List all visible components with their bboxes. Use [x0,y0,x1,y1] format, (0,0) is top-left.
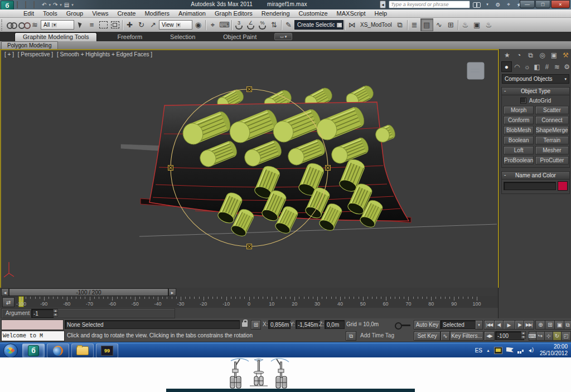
menu-animation[interactable]: Animation [174,9,210,18]
search-input[interactable]: Type a keyword or phrase [389,1,470,8]
communicator-icon[interactable]: ⧉ [346,331,356,341]
action-center-icon[interactable] [506,347,514,354]
menu-views[interactable]: Views [88,9,113,18]
terrain-button[interactable]: Terrain [535,136,568,144]
current-frame-input[interactable]: -100 [495,331,524,340]
key-filters-button[interactable]: Key Filters... [450,331,483,341]
blobmesh-button[interactable]: BlobMesh [504,126,534,134]
perspective-viewport[interactable] [0,49,499,289]
time-slider-thumb[interactable]: -100 / 200 [9,288,168,296]
selected-set-dropdown[interactable]: Selected [441,320,480,329]
maximize-button[interactable]: □ [535,0,550,8]
viewport-menu-plus[interactable]: [ + ] [4,51,14,57]
keyboard-shortcut-icon[interactable]: ⌨ [529,331,536,341]
space-warps-category-icon[interactable]: ≋ [552,62,562,71]
taskbar-item-firefox[interactable] [47,343,69,358]
object-type-rollout-header[interactable]: - Object Type [502,88,569,95]
keyboard-shortcut-override-icon[interactable]: ⌨ [219,19,230,31]
key-mode-toggle-icon[interactable]: ◀▶ [484,331,495,341]
lights-category-icon[interactable]: ☼ [522,62,532,71]
select-and-move-icon[interactable]: ✚ [124,19,136,31]
add-time-tag[interactable]: Add Time Tag [360,332,394,338]
geometry-category-icon[interactable]: ● [501,61,512,72]
play-icon[interactable]: ▶ [503,320,515,330]
curve-editor-icon[interactable]: ∿ [433,19,445,31]
pan-arrow-icon[interactable]: ↪ [536,331,545,341]
menu-create[interactable]: Create [113,9,140,18]
search-icon[interactable] [473,2,481,7]
y-coord-input[interactable]: -1,545m [296,320,320,329]
ribbon-tab-graphite-modeling-tools[interactable]: Graphite Modeling Tools [14,32,97,41]
spinner-snap-icon[interactable]: ⇅ [268,19,280,31]
menu-modifiers[interactable]: Modifiers [140,9,174,18]
select-and-scale-icon[interactable]: ↗ [147,19,159,31]
viewport-menu-shading[interactable]: [ Smooth + Highlights + Edged Faces ] [57,51,152,57]
ribbon-tab-selection[interactable]: Selection [162,33,203,41]
hidden-icons-icon[interactable]: ▲ [486,349,490,352]
reference-coordinate-dropdown[interactable]: View▾ [159,20,192,30]
rendered-frame-window-icon[interactable]: ▣ [471,19,483,31]
taskbar-item-3dsmax[interactable]: б [22,343,45,358]
hierarchy-tab-icon[interactable]: ⧉ [525,50,536,60]
viewport-menu-view[interactable]: [ Perspective ] [18,51,53,57]
select-by-name-icon[interactable]: ≡ [86,19,98,31]
track-bar[interactable]: ⇄ -100-90-80-70-60-50-40-30-20-100102030… [0,296,498,308]
scatter-button[interactable]: Scatter [535,106,568,114]
zoom-extents-all-icon[interactable]: ⧉ [564,320,571,330]
schematic-view-icon[interactable]: ⊞ [445,19,457,31]
render-setup-icon[interactable]: ♨ [459,19,471,31]
maxscript-mini-listener[interactable] [1,320,64,330]
use-pivot-point-icon[interactable]: ◉ [192,19,204,31]
window-crossing-icon[interactable] [109,19,121,31]
snaps-toggle-icon[interactable]: 3 [233,19,245,31]
edit-named-selection-sets-icon[interactable]: ✎ [283,19,294,31]
shapes-category-icon[interactable]: ◠ [512,62,522,71]
percent-snap-icon[interactable]: % [257,19,268,31]
previous-frame-icon[interactable]: ◀| [494,320,504,330]
display-tab-icon[interactable]: ▣ [549,50,559,60]
menu-tools[interactable]: Tools [38,9,62,18]
x-coord-input[interactable]: 0,856m [268,320,291,329]
morph-button[interactable]: Morph [504,106,534,114]
object-color-swatch[interactable] [558,181,568,191]
autogrid-checkbox[interactable] [520,98,526,104]
set-keys-icon[interactable] [395,322,412,328]
mesher-button[interactable]: Mesher [535,146,568,154]
tray-monitor-icon[interactable] [494,347,502,354]
cameras-category-icon[interactable]: ◧ [533,62,542,71]
angle-snap-icon[interactable]: ∠ [245,19,257,31]
helpers-category-icon[interactable]: # [542,62,551,71]
name-color-rollout-header[interactable]: - Name and Color [502,172,569,180]
ribbon-tab-freeform[interactable]: Freeform [109,33,150,41]
boolean-button[interactable]: Boolean [504,136,534,144]
language-indicator[interactable]: ES [475,347,482,354]
auto-key-button[interactable]: Auto Key [414,320,441,330]
go-to-end-icon[interactable]: ▶▶| [524,320,534,330]
modify-tab-icon[interactable]: ◔ [514,50,524,60]
go-to-start-icon[interactable]: |◀◀ [484,320,495,330]
menu-graph-editors[interactable]: Graph Editors [210,9,257,18]
pan-hand-icon[interactable]: ⊹ [544,331,553,341]
time-slider-right-icon[interactable]: ▶ [168,288,176,296]
network-icon[interactable] [517,347,525,354]
motion-tab-icon[interactable]: ◎ [537,50,548,60]
unlink-selection-icon[interactable] [17,19,29,31]
mirror-icon[interactable]: ⋈ [346,19,358,31]
communication-icon[interactable]: ⌖ [505,1,512,8]
loft-button[interactable]: Loft [504,146,534,154]
create-tab-icon[interactable]: ★ [502,50,512,60]
select-and-manipulate-icon[interactable]: ⌖ [207,19,219,31]
toolbar-grip[interactable] [1,20,4,31]
menu-help[interactable]: Help [370,9,392,18]
render-production-icon[interactable]: ♨ [483,19,495,31]
time-slider-left-icon[interactable]: ◀ [1,288,9,296]
z-coord-input[interactable]: 0,0m [325,320,345,329]
bind-to-space-warp-icon[interactable]: ≋ [29,19,41,31]
menu-maxscript[interactable]: MAXScript [332,9,370,18]
select-and-link-icon[interactable] [6,19,17,31]
geometry-category-dropdown[interactable]: Compound Objects▾ [502,74,569,84]
utilities-tab-icon[interactable]: ⚒ [560,50,571,60]
object-name-input[interactable] [504,182,556,190]
next-frame-icon[interactable]: |▶ [515,320,524,330]
proboolean-button[interactable]: ProBoolean [504,156,534,164]
